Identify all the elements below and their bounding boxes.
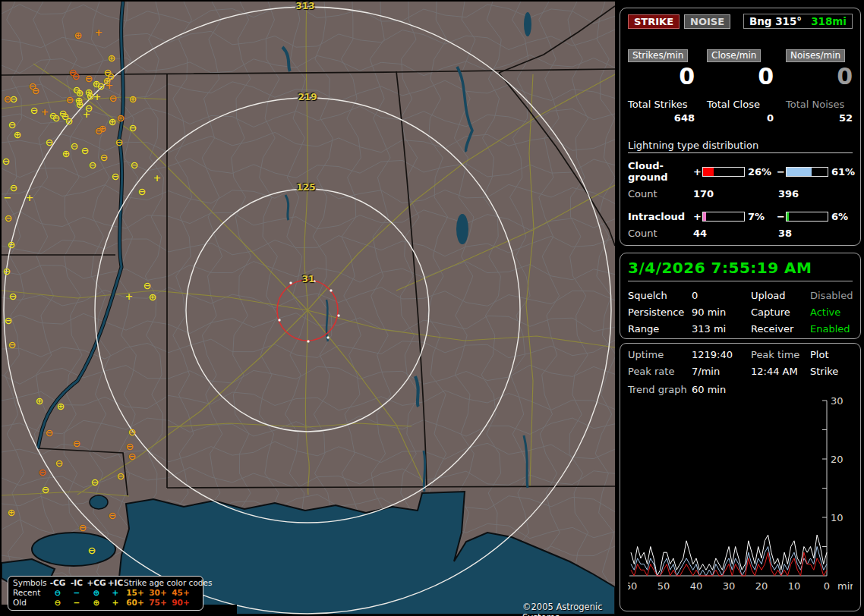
receiver-status: Enabled [810, 323, 853, 335]
minus-icon: − [68, 588, 86, 598]
svg-text:60: 60 [628, 580, 637, 592]
cg-negative-bar [786, 167, 828, 177]
range-label: Range [628, 323, 692, 335]
legend-header-neg-ic: -IC [68, 578, 86, 588]
noise-mode-button[interactable]: NOISE [684, 14, 730, 29]
receiver-label: Receiver [751, 323, 810, 335]
trend-graph: 1020306050403020100min [628, 397, 853, 592]
svg-text:0: 0 [824, 580, 830, 592]
cg-positive-bar [702, 167, 745, 177]
peak-rate-label: Peak rate [628, 366, 692, 377]
circle-minus-icon: ⊖ [48, 588, 68, 598]
close-per-min-value: 0 [707, 64, 774, 89]
uptime-value: 1219:40 [692, 349, 751, 360]
peak-time-label: Peak time [751, 349, 810, 360]
legend-header-neg-cg: -CG [48, 578, 68, 588]
strikes-per-min-label[interactable]: Strikes/min [628, 49, 688, 62]
squelch-value: 0 [692, 290, 751, 301]
bearing-label: Bng 315° [749, 15, 802, 27]
svg-text:20: 20 [755, 580, 768, 592]
upload-status: Disabled [810, 290, 853, 301]
peak-rate-value: 7/min [692, 366, 751, 377]
plus-sign: + [693, 166, 702, 178]
persistence-value: 90 min [692, 306, 751, 318]
uptime-label: Uptime [628, 349, 692, 360]
age-code-75: 75+ [147, 598, 169, 608]
age-code-30: 30+ [147, 588, 169, 598]
distribution-title: Lightning type distribution [628, 140, 853, 153]
plus-icon: + [107, 598, 124, 608]
svg-text:20: 20 [831, 454, 844, 465]
legend-header-symbols: Symbols [13, 578, 48, 588]
circle-minus-icon: ⊖ [48, 598, 68, 608]
lightning-map[interactable]: ⊕+⊕⊖⊖⊖⊖⊖⊕⊖⊖⊕⊖+⊖⊕⊕⊕+⊖⊕⊕⊖⊖⊖+⊖⊖⊖⊖⊖+⊖⊕⊕⊕⊖⊕⊕⊖… [2, 2, 615, 614]
svg-text:50: 50 [657, 580, 670, 592]
minus-sign: − [777, 166, 786, 178]
datetime-display: 3/4/2026 7:55:19 AM [628, 259, 853, 277]
strikes-per-min-value: 0 [628, 64, 695, 89]
total-strikes-value: 648 [628, 112, 695, 124]
total-close-value: 0 [707, 112, 774, 124]
persistence-label: Persistence [628, 306, 692, 318]
legend-header-age-codes: Strike age color codes [124, 578, 192, 588]
ic-positive-count: 44 [693, 228, 778, 239]
peak-time-value: 12:44 AM [751, 366, 810, 377]
copyright-text: ©2005 Astrogenic Systems [522, 602, 615, 616]
close-per-min-label[interactable]: Close/min [707, 49, 761, 62]
svg-text:30: 30 [723, 580, 736, 592]
capture-status: Active [810, 306, 853, 318]
cg-positive-count: 170 [693, 188, 778, 200]
map-graphics [2, 2, 615, 614]
status-panel: 3/4/2026 7:55:19 AM Squelch 0 Upload Dis… [620, 253, 861, 339]
plot-label: Plot [810, 349, 853, 360]
ic-negative-pct: 6% [828, 211, 854, 222]
cloud-ground-label: Cloud-ground [628, 160, 693, 183]
bearing-range: 318mi [811, 15, 847, 27]
legend-row-recent: Recent [13, 588, 48, 598]
range-value: 313 mi [692, 323, 751, 335]
age-code-90: 90+ [169, 598, 192, 608]
intracloud-label: Intracloud [628, 211, 693, 222]
legend-header-pos-cg: +CG [86, 578, 107, 588]
legend-row-old: Old [13, 598, 48, 608]
age-code-45: 45+ [169, 588, 192, 598]
age-code-60: 60+ [124, 598, 147, 608]
cg-negative-count: 396 [778, 188, 853, 200]
ic-positive-pct: 7% [745, 211, 777, 222]
plus-icon: + [107, 588, 124, 598]
total-close-label: Total Close [707, 99, 760, 110]
cg-count-label: Count [628, 188, 693, 200]
noises-per-min-value: 0 [786, 64, 853, 89]
svg-text:min: min [837, 580, 853, 592]
noises-per-min-label[interactable]: Noises/min [786, 49, 845, 62]
plus-sign: + [693, 211, 702, 222]
strike-mode-button[interactable]: STRIKE [628, 14, 680, 29]
ic-count-label: Count [628, 228, 693, 239]
plot-value: Strike [810, 366, 853, 377]
circle-plus-icon: ⊕ [86, 598, 107, 608]
bearing-readout: Bng 315° 318mi [743, 14, 853, 29]
svg-text:30: 30 [831, 397, 844, 407]
nexstorm-window: ⊕+⊕⊖⊖⊖⊖⊖⊕⊖⊖⊕⊖+⊖⊕⊕⊕+⊖⊕⊕⊖⊖⊖+⊖⊖⊖⊖⊖+⊖⊕⊕⊕⊖⊕⊕⊖… [0, 0, 864, 616]
capture-label: Capture [751, 306, 810, 318]
total-noises-value: 52 [786, 112, 853, 124]
age-code-15: 15+ [124, 588, 147, 598]
trend-graph-label: Trend graph [628, 384, 692, 395]
svg-text:10: 10 [831, 512, 844, 523]
total-noises-label: Total Noises [786, 99, 844, 110]
total-strikes-label: Total Strikes [628, 99, 688, 110]
ic-positive-bar [702, 212, 745, 222]
ic-negative-bar [786, 212, 828, 222]
cg-negative-pct: 61% [828, 166, 854, 178]
statistics-panel: Uptime 1219:40 Peak time Plot Peak rate … [620, 343, 861, 611]
minus-icon: − [68, 598, 86, 608]
upload-label: Upload [751, 290, 810, 301]
trend-graph-value: 60 min [692, 384, 853, 395]
legend-header-pos-ic: +IC [107, 578, 124, 588]
minus-sign: − [777, 211, 786, 222]
cg-positive-pct: 26% [745, 166, 777, 178]
map-legend: Symbols -CG -IC +CG +IC Strike age color… [8, 576, 203, 611]
strike-counters-panel: STRIKE NOISE Bng 315° 318mi Strikes/min … [620, 8, 861, 246]
svg-text:10: 10 [788, 580, 801, 592]
circle-plus-icon: ⊕ [86, 588, 107, 598]
